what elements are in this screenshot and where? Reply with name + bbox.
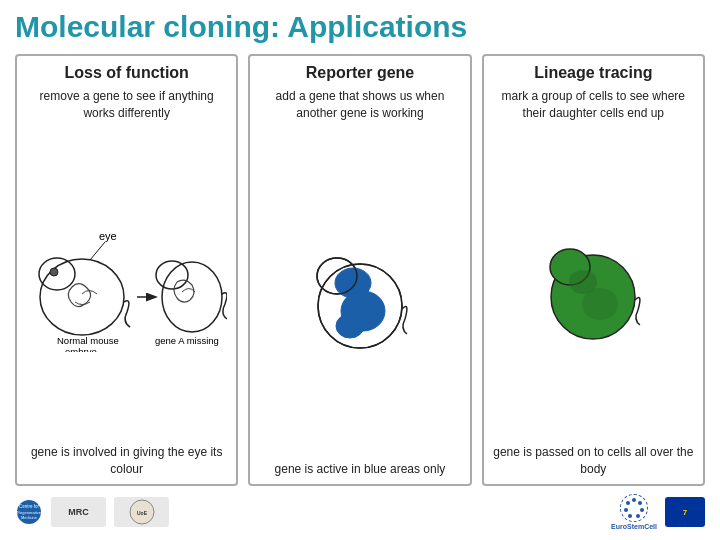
lineage-tracing-svg (528, 222, 658, 352)
svg-text:gene A missing: gene A missing (155, 335, 219, 346)
svg-point-32 (624, 508, 628, 512)
svg-point-6 (156, 261, 188, 289)
lineage-tracing-desc: mark a group of cells to see where their… (490, 88, 697, 130)
svg-point-3 (50, 268, 58, 276)
loss-of-function-header: Loss of function (64, 64, 188, 82)
svg-point-33 (626, 501, 630, 505)
columns-container: Loss of function remove a gene to see if… (15, 54, 705, 486)
title-highlight: Applications (287, 10, 467, 43)
svg-point-29 (640, 508, 644, 512)
footer-bar: Centre for Regenerative Medicine MRC UoE (15, 494, 705, 530)
framework-label: 7 (683, 508, 687, 517)
svg-point-20 (582, 288, 618, 320)
svg-text:Medicine: Medicine (21, 515, 38, 520)
reporter-gene-desc: add a gene that shows us when another ge… (256, 88, 463, 130)
svg-point-14 (336, 314, 364, 338)
university-logo: UoE (114, 497, 169, 527)
reporter-gene-image (256, 136, 463, 455)
reporter-gene-column: Reporter gene add a gene that shows us w… (248, 54, 471, 486)
svg-text:Normal mouse: Normal mouse (57, 335, 119, 346)
page-title: Molecular cloning: Applications (15, 10, 705, 44)
svg-point-27 (632, 498, 636, 502)
mrc-logo: MRC (51, 497, 106, 527)
eurostemcell-dots (623, 497, 645, 519)
eurostemcell-logo: EuroStemCell (611, 494, 657, 530)
reporter-gene-svg (295, 231, 425, 361)
svg-line-0 (90, 242, 105, 260)
loss-of-function-image: eye (23, 136, 230, 438)
lineage-tracing-header: Lineage tracing (534, 64, 652, 82)
loss-of-function-desc: remove a gene to see if anything works d… (23, 88, 230, 130)
loss-of-function-footer: gene is involved in giving the eye its c… (23, 444, 230, 478)
framework-logo: 7 (665, 497, 705, 527)
crm-logo: Centre for Regenerative Medicine (15, 498, 43, 526)
svg-point-28 (638, 501, 642, 505)
university-icon: UoE (128, 498, 156, 526)
svg-text:embryo: embryo (65, 346, 97, 352)
lineage-tracing-image (490, 136, 697, 438)
eurostemcell-circle-icon (620, 494, 648, 522)
eurostemcell-label: EuroStemCell (611, 523, 657, 530)
loss-of-function-column: Loss of function remove a gene to see if… (15, 54, 238, 486)
right-logos: EuroStemCell 7 (611, 494, 705, 530)
lineage-tracing-footer: gene is passed on to cells all over the … (490, 444, 697, 478)
svg-text:Centre for: Centre for (19, 504, 40, 509)
crm-icon: Centre for Regenerative Medicine (15, 498, 43, 526)
reporter-gene-header: Reporter gene (306, 64, 414, 82)
loss-of-function-svg: eye (27, 222, 227, 352)
left-logos: Centre for Regenerative Medicine MRC UoE (15, 497, 169, 527)
eye-label: eye (99, 230, 117, 242)
mrc-text: MRC (68, 507, 89, 517)
svg-point-31 (628, 514, 632, 518)
reporter-gene-footer: gene is active in blue areas only (275, 461, 446, 478)
svg-point-30 (636, 514, 640, 518)
svg-text:UoE: UoE (137, 510, 148, 516)
lineage-tracing-column: Lineage tracing mark a group of cells to… (482, 54, 705, 486)
title-prefix: Molecular cloning: (15, 10, 287, 43)
